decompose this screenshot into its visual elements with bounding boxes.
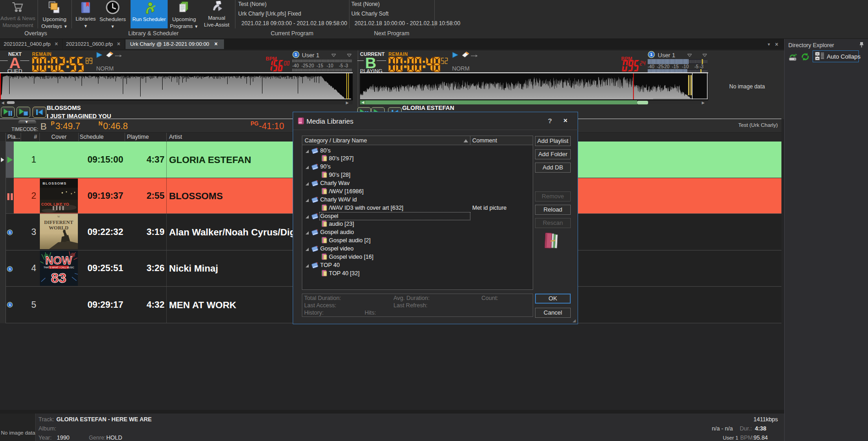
svg-text:NOW: NOW xyxy=(45,254,72,267)
svg-text:BLOSSOMS: BLOSSOMS xyxy=(43,181,67,185)
svg-text:WORLD: WORLD xyxy=(49,225,69,230)
svg-text:83: 83 xyxy=(51,270,66,285)
svg-text:1: 1 xyxy=(9,267,11,271)
svg-text:1: 1 xyxy=(295,52,297,57)
svg-text:DIFFERENT: DIFFERENT xyxy=(44,219,73,225)
svg-text:1: 1 xyxy=(9,230,11,234)
svg-text:THAT'S WHAT I CALL MUSIC: THAT'S WHAT I CALL MUSIC xyxy=(44,266,74,269)
svg-text:COOL LIKE YO: COOL LIKE YO xyxy=(41,202,69,207)
svg-text:1: 1 xyxy=(650,52,653,57)
svg-text:W: W xyxy=(57,215,60,218)
svg-text:1: 1 xyxy=(9,303,11,307)
